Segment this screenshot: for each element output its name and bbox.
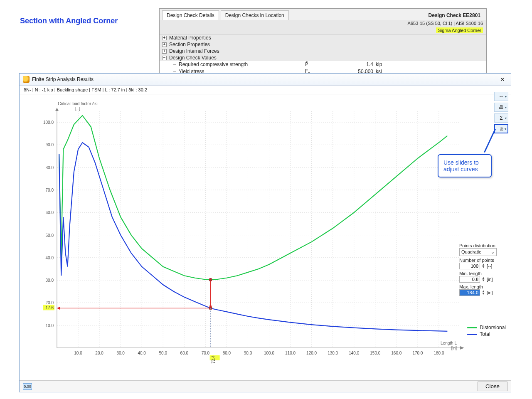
svg-text:120.0: 120.0 xyxy=(306,351,317,355)
close-icon[interactable]: ✕ xyxy=(498,75,507,84)
legend-swatch-icon xyxy=(467,327,477,328)
svg-text:160.0: 160.0 xyxy=(391,351,401,355)
row-symbol: P̄ xyxy=(305,62,326,67)
chart-area: 10.020.030.040.050.060.070.080.090.0100.… xyxy=(32,99,473,369)
svg-text:10.0: 10.0 xyxy=(46,323,54,328)
svg-text:70.0: 70.0 xyxy=(46,188,54,192)
close-button[interactable]: Close xyxy=(478,382,507,391)
svg-text:30.0: 30.0 xyxy=(116,351,125,355)
svg-text:50.0: 50.0 xyxy=(46,233,54,238)
buckling-chart: 10.020.030.040.050.060.070.080.090.0100.… xyxy=(32,99,473,369)
tab-design-check-details[interactable]: Design Check Details xyxy=(162,10,219,20)
svg-text:10.0: 10.0 xyxy=(74,351,82,355)
number-of-points-label: Number of points xyxy=(459,258,506,263)
svg-text:50.0: 50.0 xyxy=(159,351,167,355)
max-length-input[interactable] xyxy=(459,289,480,296)
expand-icon[interactable]: + xyxy=(162,36,167,40)
unit-label: [--] xyxy=(487,264,492,268)
svg-text:110.0: 110.0 xyxy=(285,351,296,355)
svg-text:40.0: 40.0 xyxy=(46,256,54,260)
svg-text:90.0: 90.0 xyxy=(46,143,54,147)
chevron-down-icon: ⌄ xyxy=(491,249,495,255)
unit-label: [in] xyxy=(487,277,493,282)
points-distribution-select[interactable]: Quadratic⌄ xyxy=(459,248,497,256)
svg-text:70.0: 70.0 xyxy=(202,351,210,355)
section-name: Sigma Angled Corner xyxy=(436,27,483,33)
number-of-points-input[interactable] xyxy=(459,263,480,269)
group-material-properties[interactable]: + Material Properties xyxy=(160,34,486,41)
stepper-icon[interactable]: ▲▼ xyxy=(482,290,485,295)
precision-icon[interactable]: 0.00 xyxy=(23,383,32,390)
tool-axis-icon[interactable]: ↔▾ xyxy=(494,92,508,101)
code-reference: A653-15 (SS 50, Cl 1) | AISI S100-16 xyxy=(408,21,483,26)
page-title-link[interactable]: Section with Angled Corner xyxy=(20,17,118,25)
svg-marker-59 xyxy=(460,346,464,350)
callout-connector xyxy=(484,129,496,153)
svg-text:100.0: 100.0 xyxy=(43,120,54,125)
svg-text:150.0: 150.0 xyxy=(370,351,380,355)
svg-text:20.0: 20.0 xyxy=(46,300,54,305)
tool-sliders-icon[interactable]: ⎚▾ xyxy=(494,124,508,133)
group-design-internal-forces[interactable]: + Design Internal Forces xyxy=(160,48,486,54)
points-distribution-label: Points distribution xyxy=(459,243,506,248)
svg-text:[--]: [--] xyxy=(75,106,80,111)
row-unit: kip xyxy=(376,62,401,67)
svg-text:40.0: 40.0 xyxy=(138,351,146,355)
svg-text:Critical load factor δki: Critical load factor δki xyxy=(58,101,98,106)
svg-text:130.0: 130.0 xyxy=(328,351,338,355)
svg-text:20.0: 20.0 xyxy=(95,351,103,355)
svg-text:140.0: 140.0 xyxy=(349,351,359,355)
svg-marker-67 xyxy=(57,306,60,310)
tab-design-checks-location[interactable]: Design Checks in Location xyxy=(221,10,289,20)
min-length-label: Min. length xyxy=(459,271,506,276)
tool-print-icon[interactable]: 🖶▾ xyxy=(494,103,508,112)
expand-icon[interactable]: + xyxy=(162,49,167,54)
design-value-row[interactable]: –Required compressive strengthP̄1.4kip xyxy=(160,61,486,68)
svg-text:60.0: 60.0 xyxy=(46,210,54,215)
chart-controls: Points distribution Quadratic⌄ Number of… xyxy=(459,241,506,296)
group-section-properties[interactable]: + Section Properties xyxy=(160,41,486,48)
unit-label: [in] xyxy=(487,290,493,295)
row-value: 1.4 xyxy=(326,62,376,67)
results-subtitle: δN- | N : -1 kip | Buckling shape | FSM … xyxy=(20,86,511,94)
group-design-check-values[interactable]: − Design Check Values xyxy=(160,54,486,61)
svg-point-68 xyxy=(209,278,212,281)
app-icon xyxy=(23,76,30,83)
svg-text:17.6: 17.6 xyxy=(46,305,54,310)
svg-text:80.0: 80.0 xyxy=(223,351,231,355)
expand-icon[interactable]: + xyxy=(162,42,167,47)
legend-swatch-icon xyxy=(467,334,477,335)
chart-legend: Distorsional Total xyxy=(467,324,506,338)
svg-text:30.0: 30.0 xyxy=(46,278,54,283)
svg-text:180.0: 180.0 xyxy=(433,351,444,355)
results-titlebar: Finite Strip Analysis Results ✕ xyxy=(20,74,511,86)
min-length-input[interactable] xyxy=(459,276,480,283)
results-window-title: Finite Strip Analysis Results xyxy=(32,76,94,82)
collapse-icon[interactable]: − xyxy=(162,56,167,60)
results-window: Finite Strip Analysis Results ✕ δN- | N … xyxy=(19,73,511,392)
results-footer: 0.00 Close xyxy=(20,380,511,392)
svg-text:72.4: 72.4 xyxy=(211,355,216,364)
svg-text:90.0: 90.0 xyxy=(244,351,252,355)
chart-toolstrip: ↔▾ 🖶▾ Σ▾ ⎚▾ xyxy=(494,92,508,133)
svg-text:[in]: [in] xyxy=(451,346,457,350)
svg-text:Length L: Length L xyxy=(441,341,457,345)
svg-text:170.0: 170.0 xyxy=(412,351,423,355)
svg-text:80.0: 80.0 xyxy=(46,165,54,170)
svg-text:100.0: 100.0 xyxy=(264,351,274,355)
design-check-id: Design Check EE2801 xyxy=(429,12,484,18)
svg-marker-57 xyxy=(55,108,59,111)
stepper-icon[interactable]: ▲▼ xyxy=(482,277,485,282)
stepper-icon[interactable]: ▲▼ xyxy=(482,264,485,268)
svg-text:60.0: 60.0 xyxy=(180,351,189,355)
row-name: –Required compressive strength xyxy=(162,62,305,67)
tool-sigma-icon[interactable]: Σ▾ xyxy=(494,113,508,123)
max-length-label: Max. length xyxy=(459,284,506,289)
callout-tooltip: Use sliders to adjust curves xyxy=(438,154,492,177)
